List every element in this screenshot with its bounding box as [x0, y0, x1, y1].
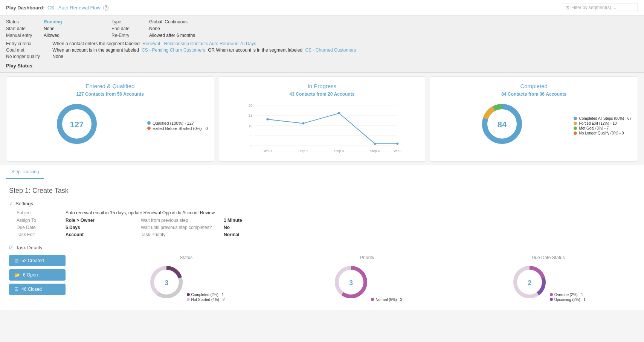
btn-closed-icon: ☑	[14, 287, 18, 292]
help-icon[interactable]: ?	[103, 5, 108, 11]
priority-legend: Normal (6%) - 3	[371, 298, 402, 302]
in-progress-subtitle: 43 Contacts from 20 Accounts	[224, 92, 420, 97]
task-for-value: Account	[66, 232, 141, 237]
svg-point-12	[266, 118, 269, 121]
completed-card: Completed 84 Contacts from 36 Accounts 8…	[430, 76, 638, 162]
subject-label: Subject	[17, 210, 66, 215]
priority-legend-dot-1	[371, 298, 374, 301]
task-buttons: ▤ 52 Created 📂 6 Open ☑ 46 Closed	[9, 255, 92, 295]
completed-subtitle: 84 Contacts from 36 Accounts	[436, 92, 632, 97]
goal-met-link1[interactable]: CS - Pending Churn Customers	[142, 47, 205, 53]
in-progress-chart: 20 15 10 5 0 Step 1 Step 2	[224, 101, 420, 155]
due-date-legend-dot-2	[550, 298, 553, 301]
btn-created[interactable]: ▤ 52 Created	[9, 255, 66, 266]
settings-section-title: ✓ Settings	[9, 201, 635, 206]
svg-text:20: 20	[249, 104, 252, 107]
start-date-value: None	[44, 26, 111, 31]
due-date-legend-dot-1	[550, 293, 553, 296]
assign-to-label: Assign To	[17, 218, 66, 223]
btn-closed-label: 46 Closed	[21, 287, 42, 292]
goal-met-row: Goal met When an account is in the segme…	[6, 47, 638, 53]
filter-icon: ⧖	[566, 5, 569, 10]
task-priority-label: Task Priority	[141, 232, 224, 237]
due-date-legend-2: Upcoming (2%) - 1	[554, 298, 586, 302]
filter-segment-box[interactable]: ⧖ Filter by segment(s)....	[563, 3, 638, 12]
eq-legend: Qualified (100%) - 127 Exited Before Sta…	[147, 121, 208, 131]
settings-title: Settings	[15, 201, 33, 206]
comp-legend-dot-2	[574, 122, 577, 125]
task-details-grid: ▤ 52 Created 📂 6 Open ☑ 46 Closed Status	[9, 255, 635, 302]
comp-legend-dot-1	[574, 117, 577, 120]
type-value: Global, Continuous	[149, 19, 638, 24]
status-chart-title: Status	[99, 255, 273, 260]
svg-text:5: 5	[250, 134, 252, 138]
btn-closed[interactable]: ☑ 46 Closed	[9, 284, 66, 295]
svg-point-16	[396, 143, 398, 145]
info-panel: Status Running Type Global, Continuous S…	[0, 15, 644, 73]
settings-checkmark: ✓	[9, 201, 13, 206]
svg-text:Step 1: Step 1	[262, 149, 272, 153]
comp-legend-1: Completed All Steps (80%) - 67	[579, 116, 632, 121]
status-chart-col: Status 3 Completed (2%) - 1	[99, 255, 273, 302]
play-dashboard-prefix: Play Dashboard:	[6, 5, 45, 11]
play-status-title: Play Status	[6, 63, 638, 69]
priority-chart-title: Priority	[281, 255, 454, 260]
due-date-legend: Overdue (2%) - 1 Upcoming (2%) - 1	[550, 293, 586, 302]
completed-donut: 84	[479, 101, 525, 148]
entered-qualified-title: Entered & Qualified	[12, 83, 208, 89]
wait-complete-value: No	[224, 225, 635, 230]
entry-criteria-link[interactable]: Renewal - Relationship Contacts Auto Ren…	[142, 41, 256, 46]
due-date-donut: 2	[511, 263, 548, 302]
comp-donut-center: 84	[497, 120, 507, 130]
eq-legend-exited: Exited Before Started (0%) - 0	[147, 126, 208, 131]
task-details-checkmark: ☑	[9, 245, 14, 250]
step-tracking-tabs: Step Tracking	[0, 165, 644, 179]
priority-chart-col: Priority 3 Normal (6%) - 3	[281, 255, 454, 302]
status-donut: 3	[148, 263, 185, 302]
status-cards: Entered & Qualified 127 Contacts from 56…	[0, 73, 644, 165]
comp-accounts-count: 36	[540, 92, 545, 97]
ip-contacts-count: 43	[290, 92, 295, 97]
comp-legend-dot-3	[574, 127, 577, 130]
play-link[interactable]: CS - Auto Renewal Flow	[47, 5, 101, 11]
info-grid: Status Running Type Global, Continuous S…	[6, 19, 638, 38]
tab-step-tracking[interactable]: Step Tracking	[6, 165, 44, 179]
svg-text:Step 4: Step 4	[370, 149, 380, 153]
status-legend-1: Completed (2%) - 1	[191, 293, 224, 297]
goal-met-text: When an account is in the segment labele…	[52, 47, 139, 53]
goal-met-link2[interactable]: CS - Churned Customers	[305, 47, 356, 53]
svg-text:0: 0	[250, 144, 252, 148]
priority-donut: 3	[332, 263, 370, 302]
task-details-title-row: ☑ Task Details	[9, 245, 635, 250]
comp-legend-dot-4	[574, 131, 577, 135]
comp-legend-2: Forced Exit (12%) - 10	[579, 121, 617, 125]
btn-open[interactable]: 📂 6 Open	[9, 269, 66, 281]
page-title: Play Dashboard: CS - Auto Renewal Flow ?	[6, 5, 108, 11]
in-progress-title: In Progress	[224, 83, 420, 89]
svg-point-14	[338, 112, 340, 115]
svg-point-15	[374, 143, 376, 145]
svg-point-13	[302, 122, 304, 125]
eq-donut-center: 127	[70, 120, 84, 130]
end-date-value: None	[149, 26, 638, 31]
due-date-value: 5 Days	[66, 225, 141, 230]
status-legend-2: Not Started (4%) - 2	[191, 298, 225, 302]
status-legend: Completed (2%) - 1 Not Started (4%) - 2	[187, 293, 225, 302]
task-details-section: ☑ Task Details ▤ 52 Created 📂 6 Open ☑ 4…	[9, 245, 635, 302]
priority-center: 3	[349, 279, 353, 287]
entry-criteria-label: Entry criteria	[6, 41, 51, 46]
entry-criteria-row: Entry criteria When a contact enters the…	[6, 41, 638, 46]
in-progress-card: In Progress 43 Contacts from 20 Accounts…	[218, 76, 426, 162]
svg-text:Step 3: Step 3	[334, 149, 344, 153]
settings-table: Subject Auto renewal email in 15 days; u…	[17, 210, 635, 237]
task-for-row: Task For: Account Task Priority Normal	[17, 232, 635, 237]
svg-text:Step 2: Step 2	[298, 149, 308, 153]
task-details-title: Task Details	[16, 245, 42, 250]
status-center: 3	[165, 279, 168, 287]
due-date-chart-col: Due Date Status 2 Overdue (2%) - 1	[461, 255, 635, 302]
comp-contacts-count: 84	[501, 92, 506, 97]
eq-qualified-dot	[147, 121, 151, 125]
eq-legend-qualified: Qualified (100%) - 127	[147, 121, 208, 125]
no-longer-label: No longer qualify	[6, 54, 51, 59]
due-date-chart-title: Due Date Status	[461, 255, 635, 260]
